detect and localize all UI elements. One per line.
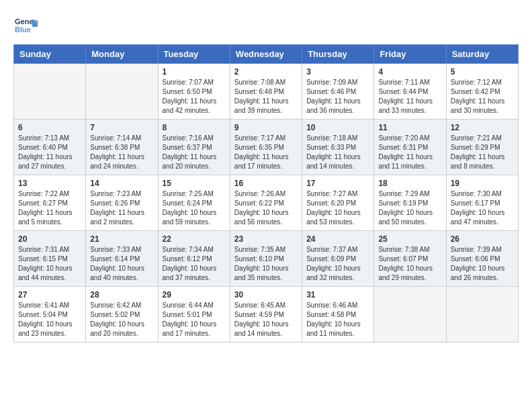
calendar-cell: 19Sunrise: 7:30 AM Sunset: 6:17 PM Dayli… [446, 175, 518, 231]
day-info: Sunrise: 7:37 AM Sunset: 6:09 PM Dayligh… [306, 245, 369, 283]
day-info: Sunrise: 7:18 AM Sunset: 6:33 PM Dayligh… [306, 134, 369, 171]
day-number: 9 [234, 123, 298, 132]
day-info: Sunrise: 6:46 AM Sunset: 4:58 PM Dayligh… [306, 301, 369, 338]
calendar-cell [446, 287, 518, 342]
day-number: 14 [90, 179, 153, 188]
day-number: 5 [451, 67, 514, 77]
calendar-cell: 16Sunrise: 7:26 AM Sunset: 6:22 PM Dayli… [230, 175, 302, 231]
weekday-header-sunday: Sunday [14, 45, 86, 64]
logo-area: General Blue [13, 13, 40, 38]
calendar-cell: 2Sunrise: 7:08 AM Sunset: 6:48 PM Daylig… [230, 64, 302, 120]
day-info: Sunrise: 7:27 AM Sunset: 6:20 PM Dayligh… [306, 189, 369, 227]
calendar-cell: 3Sunrise: 7:09 AM Sunset: 6:46 PM Daylig… [302, 64, 374, 120]
calendar-week-row: 1Sunrise: 7:07 AM Sunset: 6:50 PM Daylig… [14, 64, 519, 120]
calendar-cell: 4Sunrise: 7:11 AM Sunset: 6:44 PM Daylig… [374, 64, 446, 120]
day-number: 25 [378, 234, 441, 244]
day-info: Sunrise: 7:38 AM Sunset: 6:07 PM Dayligh… [378, 245, 441, 283]
day-number: 31 [306, 290, 369, 300]
calendar-cell: 27Sunrise: 6:41 AM Sunset: 5:04 PM Dayli… [14, 287, 86, 342]
calendar-cell: 18Sunrise: 7:29 AM Sunset: 6:19 PM Dayli… [374, 175, 446, 231]
calendar-cell: 22Sunrise: 7:34 AM Sunset: 6:12 PM Dayli… [158, 231, 230, 287]
calendar-cell: 1Sunrise: 7:07 AM Sunset: 6:50 PM Daylig… [158, 64, 230, 120]
day-info: Sunrise: 7:14 AM Sunset: 6:38 PM Dayligh… [90, 134, 153, 171]
calendar-cell: 24Sunrise: 7:37 AM Sunset: 6:09 PM Dayli… [302, 231, 374, 287]
weekday-header-thursday: Thursday [302, 45, 374, 64]
calendar-week-row: 20Sunrise: 7:31 AM Sunset: 6:15 PM Dayli… [14, 231, 519, 287]
weekday-header-row: SundayMondayTuesdayWednesdayThursdayFrid… [14, 45, 519, 64]
day-number: 13 [18, 179, 81, 188]
day-number: 10 [306, 123, 369, 132]
day-info: Sunrise: 7:39 AM Sunset: 6:06 PM Dayligh… [451, 245, 514, 283]
day-number: 8 [163, 123, 226, 132]
day-number: 17 [306, 179, 369, 188]
day-info: Sunrise: 7:23 AM Sunset: 6:26 PM Dayligh… [90, 189, 153, 227]
calendar-table: SundayMondayTuesdayWednesdayThursdayFrid… [13, 44, 519, 342]
calendar-week-row: 6Sunrise: 7:13 AM Sunset: 6:40 PM Daylig… [14, 120, 519, 175]
calendar-cell: 29Sunrise: 6:44 AM Sunset: 5:01 PM Dayli… [158, 287, 230, 342]
day-info: Sunrise: 7:26 AM Sunset: 6:22 PM Dayligh… [234, 189, 298, 227]
day-number: 3 [306, 67, 369, 77]
calendar-cell: 23Sunrise: 7:35 AM Sunset: 6:10 PM Dayli… [230, 231, 302, 287]
day-number: 6 [18, 123, 81, 132]
calendar-cell: 14Sunrise: 7:23 AM Sunset: 6:26 PM Dayli… [86, 175, 158, 231]
day-number: 20 [18, 234, 81, 244]
day-info: Sunrise: 7:33 AM Sunset: 6:14 PM Dayligh… [90, 245, 153, 283]
day-number: 12 [451, 123, 514, 132]
day-number: 21 [90, 234, 153, 244]
calendar-cell: 30Sunrise: 6:45 AM Sunset: 4:59 PM Dayli… [230, 287, 302, 342]
weekday-header-saturday: Saturday [446, 45, 518, 64]
svg-marker-3 [32, 23, 38, 27]
day-info: Sunrise: 6:44 AM Sunset: 5:01 PM Dayligh… [163, 301, 226, 338]
page: General Blue SundayMondayTuesdayWednesda… [0, 0, 532, 356]
svg-text:Blue: Blue [15, 26, 31, 34]
calendar-cell: 6Sunrise: 7:13 AM Sunset: 6:40 PM Daylig… [14, 120, 86, 175]
calendar-cell: 15Sunrise: 7:25 AM Sunset: 6:24 PM Dayli… [158, 175, 230, 231]
calendar-cell: 21Sunrise: 7:33 AM Sunset: 6:14 PM Dayli… [86, 231, 158, 287]
day-info: Sunrise: 7:12 AM Sunset: 6:42 PM Dayligh… [451, 78, 514, 116]
calendar-cell: 25Sunrise: 7:38 AM Sunset: 6:07 PM Dayli… [374, 231, 446, 287]
day-number: 11 [378, 123, 441, 132]
day-info: Sunrise: 7:16 AM Sunset: 6:37 PM Dayligh… [163, 134, 226, 171]
calendar-cell [86, 64, 158, 120]
day-number: 29 [163, 290, 226, 300]
day-number: 15 [163, 179, 226, 188]
calendar-cell: 28Sunrise: 6:42 AM Sunset: 5:02 PM Dayli… [86, 287, 158, 342]
day-number: 26 [451, 234, 514, 244]
day-info: Sunrise: 7:21 AM Sunset: 6:29 PM Dayligh… [451, 134, 514, 171]
day-info: Sunrise: 7:22 AM Sunset: 6:27 PM Dayligh… [18, 189, 81, 227]
day-number: 18 [378, 179, 441, 188]
calendar-cell: 8Sunrise: 7:16 AM Sunset: 6:37 PM Daylig… [158, 120, 230, 175]
calendar-cell: 12Sunrise: 7:21 AM Sunset: 6:29 PM Dayli… [446, 120, 518, 175]
calendar-cell: 9Sunrise: 7:17 AM Sunset: 6:35 PM Daylig… [230, 120, 302, 175]
day-info: Sunrise: 6:45 AM Sunset: 4:59 PM Dayligh… [234, 301, 298, 338]
calendar-week-row: 27Sunrise: 6:41 AM Sunset: 5:04 PM Dayli… [14, 287, 519, 342]
day-info: Sunrise: 6:42 AM Sunset: 5:02 PM Dayligh… [90, 301, 153, 338]
day-number: 27 [18, 290, 81, 300]
day-number: 1 [163, 67, 226, 77]
day-number: 16 [234, 179, 298, 188]
day-info: Sunrise: 7:34 AM Sunset: 6:12 PM Dayligh… [163, 245, 226, 283]
calendar-cell: 13Sunrise: 7:22 AM Sunset: 6:27 PM Dayli… [14, 175, 86, 231]
day-info: Sunrise: 7:25 AM Sunset: 6:24 PM Dayligh… [163, 189, 226, 227]
weekday-header-friday: Friday [374, 45, 446, 64]
header: General Blue [13, 13, 519, 38]
calendar-week-row: 13Sunrise: 7:22 AM Sunset: 6:27 PM Dayli… [14, 175, 519, 231]
calendar-cell: 7Sunrise: 7:14 AM Sunset: 6:38 PM Daylig… [86, 120, 158, 175]
day-number: 30 [234, 290, 298, 300]
calendar-cell [374, 287, 446, 342]
day-info: Sunrise: 7:17 AM Sunset: 6:35 PM Dayligh… [234, 134, 298, 171]
calendar-cell: 31Sunrise: 6:46 AM Sunset: 4:58 PM Dayli… [302, 287, 374, 342]
day-number: 28 [90, 290, 153, 300]
day-number: 23 [234, 234, 298, 244]
day-number: 4 [378, 67, 441, 77]
day-info: Sunrise: 7:09 AM Sunset: 6:46 PM Dayligh… [306, 78, 369, 116]
weekday-header-wednesday: Wednesday [230, 45, 302, 64]
day-info: Sunrise: 7:08 AM Sunset: 6:48 PM Dayligh… [234, 78, 298, 116]
day-info: Sunrise: 7:07 AM Sunset: 6:50 PM Dayligh… [163, 78, 226, 116]
day-number: 24 [306, 234, 369, 244]
day-info: Sunrise: 7:35 AM Sunset: 6:10 PM Dayligh… [234, 245, 298, 283]
day-info: Sunrise: 7:30 AM Sunset: 6:17 PM Dayligh… [451, 189, 514, 227]
calendar-cell: 5Sunrise: 7:12 AM Sunset: 6:42 PM Daylig… [446, 64, 518, 120]
weekday-header-tuesday: Tuesday [158, 45, 230, 64]
day-number: 22 [163, 234, 226, 244]
